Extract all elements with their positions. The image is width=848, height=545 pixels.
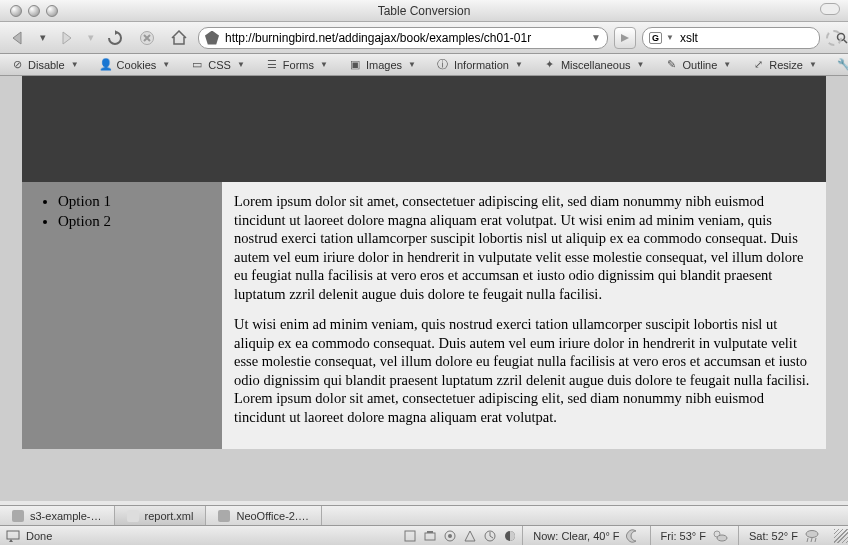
- images-label: Images: [366, 59, 402, 71]
- stop-button[interactable]: [134, 26, 160, 50]
- weather-rain-icon: [804, 529, 820, 543]
- weather-now-text: Now: Clear, 40° F: [533, 530, 619, 542]
- developer-toolbar: ⊘ Disable ▼ 👤 Cookies ▼ ▭ CSS ▼ ☰ Forms …: [0, 54, 848, 76]
- tools-icon: 🔧: [837, 58, 848, 72]
- tools-menu[interactable]: 🔧 Tools ▼: [831, 55, 848, 75]
- svg-rect-3: [7, 531, 19, 539]
- search-bar[interactable]: G ▼: [642, 27, 820, 49]
- home-button[interactable]: [166, 26, 192, 50]
- tab-s3-example[interactable]: s3-example-…: [0, 506, 115, 525]
- window-title: Table Conversion: [0, 4, 848, 18]
- back-button[interactable]: [6, 26, 32, 50]
- status-icon-4[interactable]: [464, 530, 476, 542]
- miscellaneous-menu[interactable]: ✦ Miscellaneous ▼: [537, 55, 651, 75]
- navigation-toolbar: ▾ ▾ ▼ G ▼: [0, 22, 848, 54]
- reload-button[interactable]: [102, 26, 128, 50]
- outline-icon: ✎: [665, 58, 679, 72]
- miscellaneous-label: Miscellaneous: [561, 59, 631, 71]
- search-input[interactable]: [678, 30, 832, 46]
- svg-rect-5: [425, 533, 435, 540]
- page-content: Option 1 Option 2 Lorem ipsum dolor sit …: [22, 76, 826, 501]
- weather-partly-cloudy-icon: [712, 529, 728, 543]
- css-icon: ▭: [190, 58, 204, 72]
- menu-option-2[interactable]: Option 2: [58, 212, 216, 232]
- site-favicon: [205, 31, 219, 45]
- svg-rect-6: [427, 531, 433, 533]
- tab-icon: [12, 510, 24, 522]
- window-titlebar: Table Conversion: [0, 0, 848, 22]
- forms-menu[interactable]: ☰ Forms ▼: [259, 55, 334, 75]
- paragraph-1: Lorem ipsum dolor sit amet, consectetuer…: [234, 192, 814, 303]
- weather-fri-text: Fri: 53° F: [661, 530, 706, 542]
- svg-point-8: [448, 534, 452, 538]
- status-icon-2[interactable]: [424, 530, 436, 542]
- cookies-label: Cookies: [117, 59, 157, 71]
- disable-label: Disable: [28, 59, 65, 71]
- info-icon: ⓘ: [436, 58, 450, 72]
- footer-strip: [22, 449, 826, 501]
- go-button[interactable]: [614, 27, 636, 49]
- page-banner: [22, 76, 826, 182]
- forward-history-dropdown[interactable]: ▾: [86, 26, 96, 50]
- page-inspector-icon[interactable]: [6, 530, 20, 542]
- forms-icon: ☰: [265, 58, 279, 72]
- status-icon-5[interactable]: [484, 530, 496, 542]
- status-icon-3[interactable]: [444, 530, 456, 542]
- menu-option-1[interactable]: Option 1: [58, 192, 216, 212]
- svg-line-15: [811, 538, 812, 542]
- forms-label: Forms: [283, 59, 314, 71]
- tab-neooffice[interactable]: NeoOffice-2.…: [206, 506, 322, 525]
- weather-fri[interactable]: Fri: 53° F: [650, 526, 738, 545]
- content-viewport[interactable]: Option 1 Option 2 Lorem ipsum dolor sit …: [0, 76, 848, 501]
- weather-sat-text: Sat: 52° F: [749, 530, 798, 542]
- status-bar: Done Now: Clear, 40° F Fri: 53° F Sat: 5…: [0, 525, 848, 545]
- tab-icon: [218, 510, 230, 522]
- tab-strip: s3-example-… report.xml NeoOffice-2.…: [0, 505, 848, 525]
- tab-label: report.xml: [145, 510, 194, 522]
- cookies-icon: 👤: [99, 58, 113, 72]
- information-menu[interactable]: ⓘ Information ▼: [430, 55, 529, 75]
- disable-menu[interactable]: ⊘ Disable ▼: [4, 55, 85, 75]
- tab-report-xml[interactable]: report.xml: [115, 506, 207, 525]
- paragraph-2: Ut wisi enim ad minim veniam, quis nostr…: [234, 315, 814, 426]
- window-resize-grip[interactable]: [834, 529, 848, 543]
- images-menu[interactable]: ▣ Images ▼: [342, 55, 422, 75]
- main-content: Lorem ipsum dolor sit amet, consectetuer…: [222, 182, 826, 449]
- weather-now[interactable]: Now: Clear, 40° F: [522, 526, 649, 545]
- search-engine-icon[interactable]: G: [649, 32, 662, 44]
- resize-menu[interactable]: ⤢ Resize ▼: [745, 55, 823, 75]
- css-label: CSS: [208, 59, 231, 71]
- resize-label: Resize: [769, 59, 803, 71]
- svg-point-12: [717, 535, 727, 541]
- outline-menu[interactable]: ✎ Outline ▼: [659, 55, 738, 75]
- tab-label: NeoOffice-2.…: [236, 510, 309, 522]
- svg-line-16: [815, 538, 816, 542]
- status-icon-1[interactable]: [404, 530, 416, 542]
- toolbar-toggle-button[interactable]: [820, 3, 840, 15]
- misc-icon: ✦: [543, 58, 557, 72]
- tab-label: s3-example-…: [30, 510, 102, 522]
- svg-line-14: [807, 538, 808, 542]
- status-icon-6[interactable]: [504, 530, 516, 542]
- resize-icon: ⤢: [751, 58, 765, 72]
- search-engine-dropdown[interactable]: ▼: [666, 33, 674, 42]
- tab-icon: [127, 510, 139, 522]
- weather-sat[interactable]: Sat: 52° F: [738, 526, 830, 545]
- outline-label: Outline: [683, 59, 718, 71]
- url-input[interactable]: [223, 30, 587, 46]
- images-icon: ▣: [348, 58, 362, 72]
- weather-moon-icon: [626, 529, 640, 543]
- information-label: Information: [454, 59, 509, 71]
- activity-throbber: [826, 30, 842, 46]
- svg-line-2: [844, 40, 847, 43]
- cookies-menu[interactable]: 👤 Cookies ▼: [93, 55, 177, 75]
- forward-button[interactable]: [54, 26, 80, 50]
- svg-point-13: [806, 530, 818, 537]
- status-text: Done: [26, 530, 52, 542]
- back-history-dropdown[interactable]: ▾: [38, 26, 48, 50]
- disable-icon: ⊘: [10, 58, 24, 72]
- css-menu[interactable]: ▭ CSS ▼: [184, 55, 251, 75]
- url-history-dropdown[interactable]: ▼: [591, 32, 601, 43]
- side-menu: Option 1 Option 2: [22, 182, 222, 449]
- address-bar[interactable]: ▼: [198, 27, 608, 49]
